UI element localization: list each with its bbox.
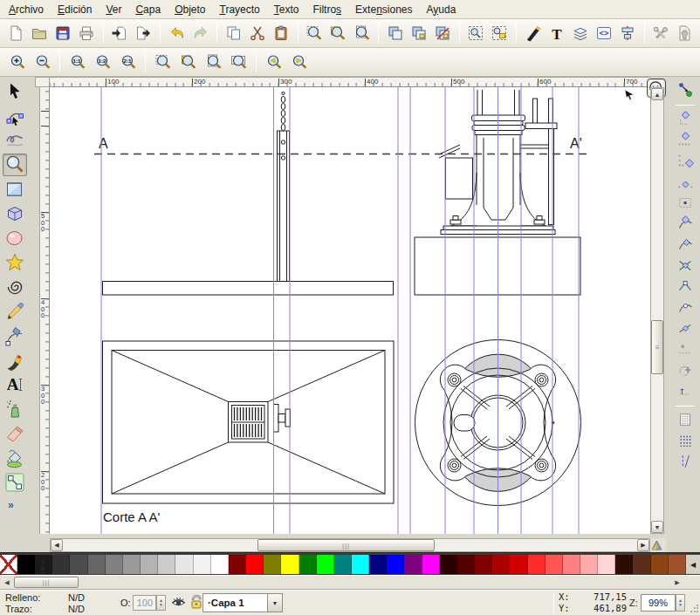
palette-swatch[interactable] bbox=[580, 555, 598, 574]
scroll-down-arrow[interactable]: ▼ bbox=[651, 521, 663, 533]
palette-swatch[interactable] bbox=[404, 555, 422, 574]
palette-swatch[interactable] bbox=[52, 555, 70, 574]
copy-button[interactable] bbox=[223, 22, 244, 44]
vertical-scrollbar[interactable]: ▲ ≡ ▼ bbox=[650, 87, 664, 534]
paste-button[interactable] bbox=[271, 22, 292, 44]
group-button[interactable] bbox=[465, 22, 487, 44]
palette-overflow-arrow[interactable]: ◀ bbox=[686, 555, 700, 574]
palette-swatch[interactable] bbox=[598, 555, 615, 574]
scroll-right-arrow[interactable]: ▶ bbox=[637, 539, 649, 551]
tool-pencil[interactable] bbox=[3, 300, 27, 323]
tool-calligraphy[interactable] bbox=[3, 349, 27, 372]
zoom-previous-button[interactable] bbox=[262, 51, 285, 74]
tool-connector[interactable] bbox=[3, 471, 27, 494]
zoom-page-button[interactable] bbox=[351, 22, 373, 44]
snap-nodes-button[interactable] bbox=[675, 214, 696, 233]
snap-path-intersections-button[interactable] bbox=[675, 256, 696, 275]
vertical-scroll-thumb[interactable]: ≡ bbox=[651, 320, 663, 374]
snap-bbox-centers-button[interactable] bbox=[675, 193, 696, 212]
fill-value[interactable]: N/D bbox=[68, 592, 85, 603]
snap-line-midpoints-button[interactable] bbox=[675, 318, 696, 338]
menu-objeto[interactable]: Objeto bbox=[168, 1, 212, 18]
import-button[interactable] bbox=[109, 22, 131, 44]
palette-swatch[interactable] bbox=[563, 555, 580, 574]
tool-node-editor[interactable] bbox=[3, 105, 27, 127]
vertical-ruler[interactable]: 500400300200100 bbox=[39, 87, 50, 534]
palette-swatch[interactable] bbox=[492, 555, 510, 574]
snap-enable-button[interactable] bbox=[675, 80, 696, 99]
menu-capa[interactable]: Capa bbox=[128, 1, 168, 18]
tool-selector[interactable] bbox=[3, 80, 27, 103]
palette-swatch[interactable] bbox=[387, 555, 404, 574]
palette-swatch[interactable] bbox=[475, 555, 492, 574]
palette-swatch[interactable] bbox=[246, 555, 264, 574]
window-resize-grip[interactable] bbox=[690, 605, 698, 613]
palette-swatch[interactable] bbox=[510, 555, 527, 574]
tool-text[interactable]: A bbox=[3, 373, 27, 396]
tool-ellipse[interactable] bbox=[3, 227, 27, 249]
palette-swatch[interactable] bbox=[17, 555, 35, 574]
cut-button[interactable] bbox=[246, 22, 268, 44]
snap-grid-button[interactable] bbox=[675, 431, 696, 450]
palette-swatch[interactable] bbox=[440, 555, 457, 574]
zoom-fit-page-button[interactable] bbox=[202, 51, 225, 74]
layer-selector[interactable]: ·Capa 1 ▼ bbox=[202, 593, 283, 612]
palette-swatch[interactable] bbox=[175, 555, 193, 574]
redo-button[interactable] bbox=[189, 22, 211, 44]
palette-swatch[interactable] bbox=[528, 555, 546, 574]
tool-star[interactable] bbox=[3, 251, 27, 274]
palette-swatch[interactable] bbox=[457, 555, 475, 574]
snap-text-baseline-button[interactable] bbox=[675, 381, 696, 400]
document-properties-button[interactable] bbox=[674, 22, 696, 44]
zoom-1-2-button[interactable]: 1:2 bbox=[91, 51, 114, 74]
scroll-up-arrow[interactable]: ▲ bbox=[651, 88, 663, 100]
zoom-fit-page-width-button[interactable] bbox=[227, 51, 250, 74]
open-document-button[interactable] bbox=[28, 22, 50, 44]
palette-swatch[interactable] bbox=[158, 555, 175, 574]
palette-swatch[interactable] bbox=[651, 555, 669, 574]
palette-swatch[interactable] bbox=[615, 555, 633, 574]
palette-scroll-left-arrow[interactable]: ◀ bbox=[2, 577, 12, 588]
snap-cusp-nodes-button[interactable] bbox=[675, 277, 696, 296]
tool-zoom[interactable] bbox=[3, 154, 27, 176]
snap-bbox-edges-button[interactable] bbox=[675, 130, 696, 149]
unlink-clone-button[interactable] bbox=[432, 22, 454, 44]
snap-bbox-button[interactable] bbox=[675, 109, 696, 128]
zoom-in-button[interactable] bbox=[5, 51, 29, 74]
snap-paths-button[interactable] bbox=[675, 235, 696, 254]
toolbox-overflow-button[interactable]: » bbox=[8, 499, 14, 511]
zoom-field[interactable]: 99% bbox=[641, 594, 676, 612]
palette-scroll-thumb[interactable]: ||| bbox=[14, 577, 79, 588]
palette-swatch[interactable] bbox=[141, 555, 158, 574]
print-button[interactable] bbox=[75, 22, 97, 44]
tool-paint-bucket[interactable] bbox=[3, 447, 27, 469]
menu-archivo[interactable]: Archivo bbox=[2, 1, 51, 18]
new-document-button[interactable] bbox=[4, 22, 26, 44]
zoom-drawing-button[interactable] bbox=[327, 22, 349, 44]
zoom-out-button[interactable] bbox=[31, 51, 54, 74]
menu-ver[interactable]: Ver bbox=[99, 1, 128, 18]
tool-tweak[interactable] bbox=[3, 129, 27, 152]
snap-guides-button[interactable] bbox=[675, 452, 696, 471]
export-button[interactable] bbox=[133, 22, 154, 44]
create-clone-button[interactable] bbox=[408, 22, 429, 44]
zoom-spinner[interactable]: ▲▼ bbox=[676, 594, 685, 612]
snap-page-border-button[interactable] bbox=[675, 410, 696, 429]
palette-swatch[interactable] bbox=[352, 555, 369, 574]
palette-scroll-right-arrow[interactable]: ▶ bbox=[672, 577, 683, 588]
tool-box-3d[interactable] bbox=[3, 202, 27, 225]
palette-swatch-none[interactable] bbox=[0, 555, 17, 574]
palette-swatch[interactable] bbox=[546, 555, 563, 574]
opacity-spinner[interactable]: ▲▼ bbox=[156, 595, 166, 611]
preferences-button[interactable] bbox=[650, 22, 672, 44]
menu-extensiones[interactable]: Extensiones bbox=[348, 1, 419, 18]
zoom-next-button[interactable] bbox=[287, 51, 311, 74]
palette-swatch[interactable] bbox=[317, 555, 334, 574]
layers-dialog-button[interactable] bbox=[569, 22, 591, 44]
fill-stroke-dialog-button[interactable] bbox=[522, 22, 544, 44]
undo-button[interactable] bbox=[166, 22, 188, 44]
layer-lock-toggle[interactable] bbox=[190, 595, 202, 609]
palette-swatch[interactable] bbox=[106, 555, 123, 574]
scroll-left-arrow[interactable]: ◀ bbox=[51, 539, 63, 551]
palette-scrollbar[interactable]: ◀ ||| ▶ bbox=[0, 575, 700, 590]
